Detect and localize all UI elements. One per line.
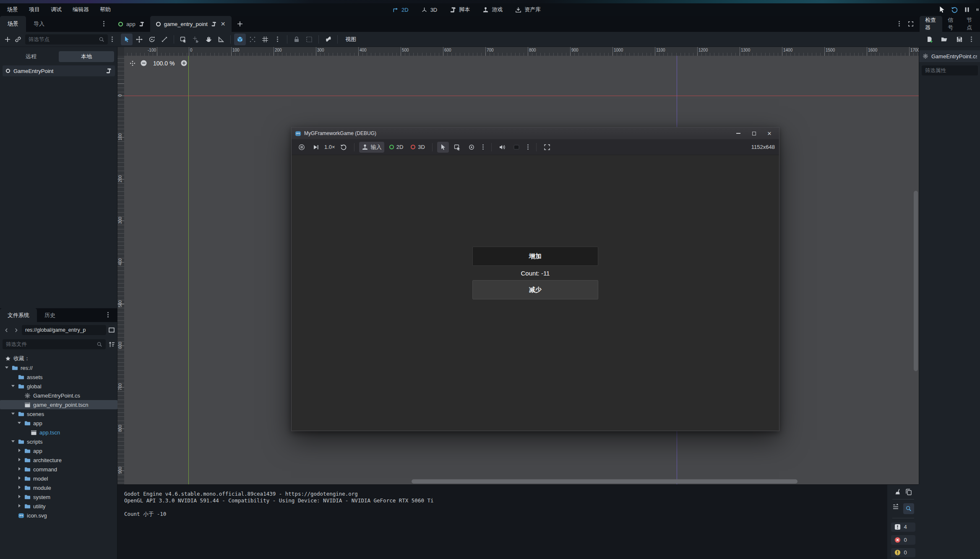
file-tree-item[interactable]: assets xyxy=(0,372,117,382)
tab-signals[interactable]: 信号 xyxy=(942,16,961,32)
menu-debug[interactable]: 调试 xyxy=(45,6,67,13)
file-tree-item[interactable]: command xyxy=(0,465,117,474)
message-count-badge[interactable]: 4 xyxy=(891,523,915,532)
forward-icon[interactable] xyxy=(12,325,20,335)
zoom-in-button[interactable] xyxy=(180,60,188,67)
chevron-right-icon[interactable] xyxy=(17,448,22,453)
file-tree-item[interactable]: global xyxy=(0,382,117,391)
copy-output-icon[interactable] xyxy=(905,489,912,495)
select-options-button[interactable] xyxy=(480,142,487,153)
clear-output-icon[interactable] xyxy=(894,489,901,495)
position-select-button[interactable] xyxy=(190,34,202,45)
file-tree-item[interactable]: GameEntryPoint.cs xyxy=(0,391,117,400)
vscroll-thumb[interactable] xyxy=(914,191,918,371)
chevron-down-icon[interactable] xyxy=(10,384,16,389)
new-scene-tab-button[interactable] xyxy=(232,16,248,32)
chevron-right-icon[interactable] xyxy=(17,494,22,499)
attached-script-icon[interactable] xyxy=(106,68,112,74)
audio-mute-button[interactable] xyxy=(496,142,508,153)
path-field[interactable]: res://global/game_entry_p xyxy=(22,325,106,335)
favorites-row[interactable]: 收藏： xyxy=(0,354,117,363)
chevron-right-icon[interactable] xyxy=(17,485,22,490)
save-resource-icon[interactable] xyxy=(956,36,963,43)
scene-tree-root-node[interactable]: GameEntryPoint xyxy=(3,65,115,76)
mode-3d-button[interactable]: 3D xyxy=(408,142,427,153)
game-select-tool-button[interactable] xyxy=(437,142,449,153)
workspace-3d[interactable]: 3D xyxy=(421,7,438,13)
workspace-2d[interactable]: 2D xyxy=(392,7,409,13)
tab-scene-dock[interactable]: 场景 xyxy=(0,16,26,32)
next-frame-button[interactable] xyxy=(310,142,322,153)
stop-button[interactable] xyxy=(976,6,979,13)
file-tree-item[interactable]: module xyxy=(0,483,117,492)
reset-speed-button[interactable] xyxy=(338,142,349,153)
remote-tab[interactable]: 远程 xyxy=(3,51,59,62)
menu-editor[interactable]: 编辑器 xyxy=(67,6,94,13)
file-tree-item[interactable]: model xyxy=(0,474,117,483)
split-view-icon[interactable] xyxy=(108,327,115,333)
debug-overlay-button[interactable] xyxy=(511,142,522,153)
search-output-button[interactable] xyxy=(903,503,914,514)
inspector-node-row[interactable]: GameEntryPoint.cs xyxy=(919,50,980,62)
vertical-scrollbar[interactable] xyxy=(914,56,918,478)
increase-button[interactable]: 增加 xyxy=(472,247,598,266)
chevron-down-icon[interactable] xyxy=(4,365,9,370)
menu-help[interactable]: 帮助 xyxy=(94,6,116,13)
sort-files-icon[interactable] xyxy=(108,341,115,348)
tab-inspector[interactable]: 检查器 xyxy=(920,16,942,32)
dock-options-icon[interactable] xyxy=(103,21,105,27)
close-button[interactable]: ✕ xyxy=(763,129,776,138)
tab-list-icon[interactable] xyxy=(899,21,900,27)
file-tree-item[interactable]: app.tscn xyxy=(0,428,117,437)
chevron-right-icon[interactable] xyxy=(17,458,22,463)
scale-tool-button[interactable] xyxy=(159,34,170,45)
zoom-percent[interactable]: 100.0 % xyxy=(153,60,175,67)
pause-button[interactable] xyxy=(964,6,970,13)
suspend-button[interactable] xyxy=(296,142,308,153)
tab-node[interactable]: 节点 xyxy=(961,16,980,32)
workspace-脚本[interactable]: 脚本 xyxy=(450,6,470,13)
embed-fullscreen-button[interactable] xyxy=(541,142,553,153)
file-tree-item[interactable]: app xyxy=(0,446,117,455)
filter-files-input[interactable]: 筛选文件 xyxy=(3,339,106,349)
group-button[interactable] xyxy=(303,34,315,45)
smart-snap-button[interactable] xyxy=(234,34,246,45)
chevron-right-icon[interactable] xyxy=(17,476,22,481)
minimize-button[interactable] xyxy=(732,129,745,138)
game-debug-window[interactable]: MyGFrameworkGame (DEBUG) ✕ 1.0× 输入 2D 3D xyxy=(291,127,779,431)
decrease-button[interactable]: 减少 xyxy=(472,280,598,299)
camera-override-button[interactable] xyxy=(466,142,477,153)
file-tree-item[interactable]: architecture xyxy=(0,455,117,465)
mode-2d-button[interactable]: 2D xyxy=(387,142,406,153)
ruler-tool-button[interactable] xyxy=(215,34,227,45)
new-resource-icon[interactable] xyxy=(926,36,933,43)
expand-viewport-icon[interactable] xyxy=(908,21,914,27)
close-tab-icon[interactable]: ✕ xyxy=(221,21,226,27)
output-console[interactable]: Godot Engine v4.6.stable.mono.official.8… xyxy=(117,484,887,559)
script-icon[interactable] xyxy=(139,21,144,27)
chevron-down-icon[interactable] xyxy=(17,421,22,426)
tab-import-dock[interactable]: 导入 xyxy=(26,16,52,32)
file-tree-item[interactable]: icon.svg xyxy=(0,511,117,520)
pan-tool-button[interactable] xyxy=(203,34,214,45)
filter-nodes-input[interactable]: 筛选节点 xyxy=(25,34,108,44)
warning-count-badge[interactable]: 0 xyxy=(891,548,915,557)
file-tree-item[interactable]: system xyxy=(0,492,117,502)
script-icon[interactable] xyxy=(211,21,216,27)
workspace-游戏[interactable]: 游戏 xyxy=(482,6,503,13)
inspector-menu-icon[interactable] xyxy=(971,36,972,43)
chevron-right-icon[interactable] xyxy=(17,467,22,472)
file-tree-item[interactable]: scripts xyxy=(0,437,117,446)
local-tab[interactable]: 本地 xyxy=(59,51,114,62)
tab-filesystem[interactable]: 文件系统 xyxy=(0,308,37,322)
hscroll-thumb[interactable] xyxy=(412,479,798,484)
load-resource-icon[interactable] xyxy=(941,36,948,43)
scene-tab-app[interactable]: app xyxy=(112,16,150,32)
chevron-right-icon[interactable] xyxy=(17,504,22,509)
file-tree-item[interactable]: scenes xyxy=(0,409,117,419)
input-mode-button[interactable]: 输入 xyxy=(359,142,384,153)
tab-history[interactable]: 历史 xyxy=(37,308,63,322)
error-count-badge[interactable]: 0 xyxy=(891,535,915,544)
grid-snap-button[interactable] xyxy=(247,34,258,45)
center-view-icon[interactable] xyxy=(129,60,136,67)
